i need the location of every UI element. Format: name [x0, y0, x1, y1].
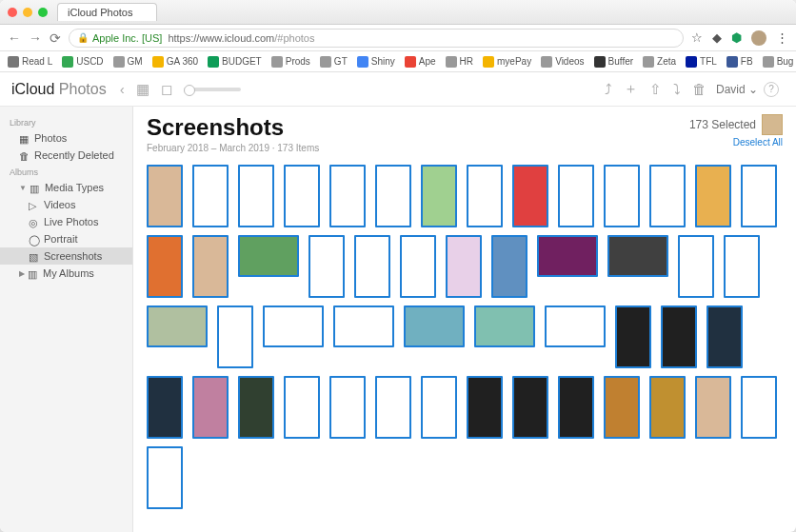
photo-thumb[interactable]: [741, 376, 777, 439]
reload-icon[interactable]: ⟳: [50, 30, 61, 46]
bookmark-item[interactable]: GM: [113, 56, 143, 68]
photo-thumb[interactable]: [333, 305, 394, 347]
zoom-dot[interactable]: [38, 8, 48, 17]
bookmark-item[interactable]: Bug: [763, 56, 794, 68]
ext-icon-2[interactable]: ⬢: [731, 30, 742, 45]
photo-thumb[interactable]: [467, 376, 503, 439]
photo-thumb[interactable]: [329, 165, 366, 227]
photo-thumb[interactable]: [741, 165, 777, 227]
minimize-dot[interactable]: [23, 8, 32, 17]
bookmark-item[interactable]: Shiny: [357, 56, 395, 68]
photo-thumb[interactable]: [147, 446, 183, 509]
download-icon[interactable]: ⤵: [673, 81, 681, 97]
sidebar-item[interactable]: ▦Photos: [0, 129, 132, 147]
photo-thumb[interactable]: [192, 165, 229, 227]
photo-thumb[interactable]: [512, 376, 548, 439]
user-menu[interactable]: David ⌄: [716, 83, 758, 96]
photo-thumb[interactable]: [615, 305, 651, 368]
photo-thumb[interactable]: [649, 165, 686, 227]
photo-thumb[interactable]: [545, 305, 606, 347]
photo-thumb[interactable]: [421, 165, 457, 227]
view-sq-icon[interactable]: ◻: [161, 81, 172, 98]
photo-thumb[interactable]: [308, 235, 345, 298]
photo-thumb[interactable]: [467, 165, 503, 227]
bookmark-item[interactable]: Ape: [405, 56, 436, 68]
bookmark-item[interactable]: GT: [320, 56, 348, 68]
bookmark-item[interactable]: FB: [726, 56, 753, 68]
sidebar-my-albums[interactable]: ▶ ▥ My Albums: [0, 265, 132, 282]
photo-thumb[interactable]: [695, 165, 731, 227]
photo-thumb[interactable]: [474, 305, 535, 347]
photo-thumb[interactable]: [147, 165, 183, 227]
bookmark-item[interactable]: HR: [446, 56, 473, 68]
photo-thumb[interactable]: [284, 376, 320, 439]
sidebar-item-portrait[interactable]: ◯Portrait: [0, 230, 132, 247]
photo-thumb[interactable]: [238, 235, 299, 277]
photo-thumb[interactable]: [446, 235, 482, 298]
photo-thumb[interactable]: [558, 376, 594, 439]
photo-thumb[interactable]: [329, 376, 366, 439]
trash-icon[interactable]: 🗑: [692, 81, 706, 97]
photo-thumb[interactable]: [661, 305, 697, 368]
photo-thumb[interactable]: [284, 165, 320, 227]
photo-thumb[interactable]: [604, 165, 640, 227]
address-input[interactable]: 🔒 Apple Inc. [US] https://www.icloud.com…: [69, 29, 684, 48]
bookmark-item[interactable]: GA 360: [152, 56, 198, 68]
photo-thumb[interactable]: [537, 235, 598, 277]
photo-thumb[interactable]: [147, 376, 183, 439]
photo-thumb[interactable]: [400, 235, 436, 298]
photo-thumb[interactable]: [706, 305, 743, 368]
nav-back-icon[interactable]: ‹: [120, 81, 125, 97]
photo-thumb[interactable]: [147, 305, 208, 347]
back-icon[interactable]: ←: [8, 30, 21, 46]
sidebar-media-types[interactable]: ▼ ▥ Media Types: [0, 179, 132, 196]
sidebar-item-videos[interactable]: ▷Videos: [0, 196, 132, 213]
bookmark-item[interactable]: Read L: [8, 56, 52, 68]
sidebar-item-screenshots[interactable]: ▧Screenshots: [0, 247, 132, 265]
bookmark-item[interactable]: Prods: [271, 56, 310, 68]
photo-thumb[interactable]: [354, 235, 390, 298]
photo-thumb[interactable]: [192, 235, 229, 298]
bookmark-item[interactable]: USCD: [62, 56, 103, 68]
photo-thumb[interactable]: [375, 165, 411, 227]
photo-thumb[interactable]: [217, 305, 253, 368]
sidebar-item-live-photos[interactable]: ◎Live Photos: [0, 213, 132, 230]
menu-icon[interactable]: ⋮: [776, 30, 788, 45]
photo-thumb[interactable]: [724, 235, 760, 298]
ext-icon[interactable]: ◆: [712, 30, 722, 45]
photo-thumb[interactable]: [678, 235, 714, 298]
bookmark-item[interactable]: TFL: [686, 56, 717, 68]
photo-thumb[interactable]: [649, 376, 686, 439]
app-brand[interactable]: iCloud Photos: [11, 81, 107, 98]
photo-thumb[interactable]: [375, 376, 411, 439]
view-grid-icon[interactable]: ▦: [136, 81, 149, 98]
bookmark-item[interactable]: Videos: [541, 56, 584, 68]
photo-thumb[interactable]: [147, 235, 183, 298]
photo-thumb[interactable]: [263, 305, 324, 347]
upload-icon[interactable]: ⤴: [605, 81, 612, 97]
bookmark-item[interactable]: Buffer: [594, 56, 634, 68]
help-icon[interactable]: ?: [764, 82, 779, 97]
photo-thumb[interactable]: [512, 165, 548, 227]
photo-thumb[interactable]: [192, 376, 229, 439]
bookmark-item[interactable]: BUDGET: [208, 56, 262, 68]
bookmark-item[interactable]: Zeta: [643, 56, 676, 68]
bookmark-item[interactable]: myePay: [483, 56, 531, 68]
sidebar-item[interactable]: 🗑Recently Deleted: [0, 147, 132, 164]
photo-thumb[interactable]: [607, 235, 668, 277]
close-dot[interactable]: [8, 8, 17, 17]
photo-thumb[interactable]: [238, 165, 274, 227]
deselect-all-link[interactable]: Deselect All: [689, 137, 783, 148]
photo-thumb[interactable]: [604, 376, 640, 439]
photo-thumb[interactable]: [695, 376, 731, 439]
photo-thumb[interactable]: [238, 376, 274, 439]
add-icon[interactable]: ＋: [624, 80, 638, 98]
zoom-slider[interactable]: [184, 88, 241, 91]
star-icon[interactable]: ☆: [691, 30, 703, 45]
photo-thumb[interactable]: [491, 235, 527, 298]
forward-icon[interactable]: →: [29, 30, 42, 46]
profile-avatar[interactable]: [751, 30, 766, 46]
photo-thumb[interactable]: [558, 165, 594, 227]
browser-tab[interactable]: iCloud Photos: [57, 3, 157, 21]
photo-thumb[interactable]: [421, 376, 457, 439]
